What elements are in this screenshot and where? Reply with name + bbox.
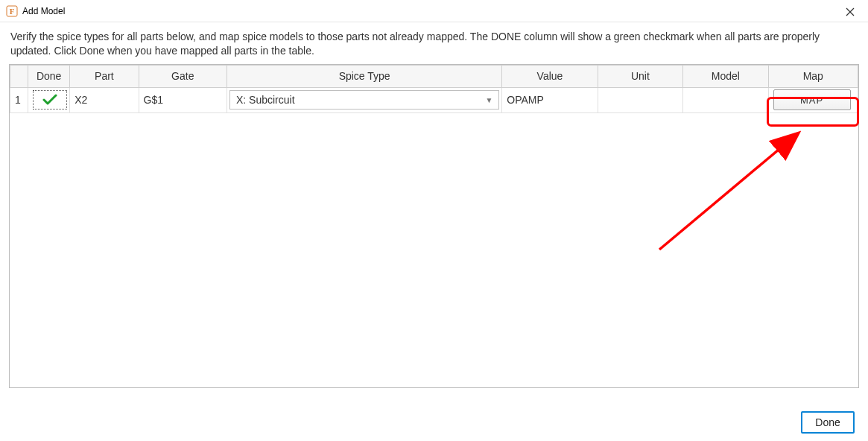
cell-value: OPAMP [502, 87, 598, 112]
done-button[interactable]: Done [801, 411, 855, 434]
header-value: Value [502, 65, 598, 87]
cell-part: X2 [70, 87, 139, 112]
spice-type-select[interactable]: X: Subcircuit ▼ [229, 90, 499, 110]
app-icon: F [6, 5, 18, 17]
spice-type-value: X: Subcircuit [236, 94, 295, 106]
checkmark-icon [42, 94, 57, 106]
header-unit: Unit [598, 65, 682, 87]
model-table: Done Part Gate Spice Type Value Unit Mod… [10, 65, 858, 113]
titlebar: F Add Model [0, 0, 868, 22]
cell-spice-type: X: Subcircuit ▼ [226, 87, 501, 112]
table-row: 1 X2 G$1 X: Subcircuit ▼ OPAMP [10, 87, 858, 112]
cell-gate: G$1 [139, 87, 226, 112]
close-button[interactable] [843, 4, 858, 19]
header-spice-type: Spice Type [226, 65, 501, 87]
header-rownum [10, 65, 28, 87]
header-done: Done [28, 65, 70, 87]
chevron-down-icon: ▼ [485, 96, 492, 104]
cell-done [28, 87, 70, 112]
model-table-container: Done Part Gate Spice Type Value Unit Mod… [9, 64, 859, 388]
header-map: Map [768, 65, 858, 87]
cell-rownum: 1 [10, 87, 28, 112]
header-gate: Gate [139, 65, 226, 87]
cell-map: MAP [768, 87, 858, 112]
header-part: Part [70, 65, 139, 87]
map-button[interactable]: MAP [773, 89, 851, 110]
instructions-text: Verify the spice types for all parts bel… [0, 22, 868, 64]
dialog-footer: Done [801, 411, 855, 434]
close-icon [846, 7, 855, 16]
window-title: Add Model [22, 6, 65, 16]
cell-model [683, 87, 768, 112]
cell-unit [598, 87, 682, 112]
table-header-row: Done Part Gate Spice Type Value Unit Mod… [10, 65, 858, 87]
done-indicator [33, 90, 67, 110]
header-model: Model [683, 65, 768, 87]
svg-text:F: F [10, 7, 15, 16]
